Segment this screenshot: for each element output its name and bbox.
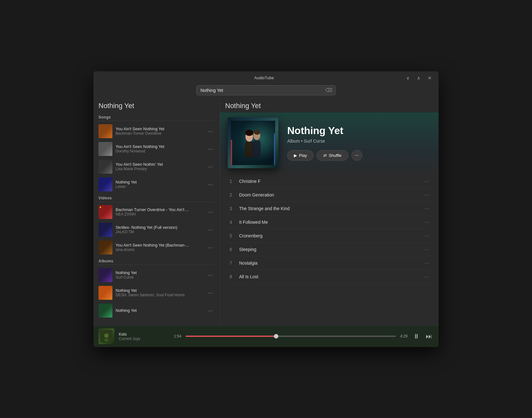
search-clear-button[interactable]: ⌫ <box>325 88 332 93</box>
track-more-3[interactable]: ··· <box>422 205 431 212</box>
close-button[interactable]: ✕ <box>426 75 434 81</box>
svg-rect-5 <box>252 140 261 158</box>
search-input[interactable] <box>196 85 336 95</box>
table-row[interactable]: 8 All Is Lost ··· <box>228 270 431 284</box>
video-thumbnail-3 <box>98 241 112 254</box>
song-title-1: You Ain't Seen Nothing Yet <box>116 126 203 131</box>
play-button[interactable]: ▶ Play <box>287 150 314 161</box>
left-panel: Nothing Yet Songs You Ain't Seen Nothing… <box>93 99 220 325</box>
track-more-2[interactable]: ··· <box>422 191 431 198</box>
list-item[interactable]: Nothing Yet ··· <box>96 302 217 319</box>
maximize-button[interactable]: ∧ <box>415 75 422 81</box>
video-title-1: Bachman Turner Overdrive - You Ain't ... <box>116 207 203 212</box>
player-controls: ⏸ ⏭ <box>412 332 434 341</box>
video-more-3[interactable]: ··· <box>206 243 215 252</box>
song-info-3: You Ain't Seen Nothin' Yet Lisa Marie Pr… <box>116 162 203 171</box>
track-num-5: 5 <box>228 233 234 238</box>
svg-rect-7 <box>274 133 275 165</box>
svg-rect-4 <box>245 142 254 158</box>
shuffle-button[interactable]: ⇄ Shuffle <box>317 150 348 161</box>
video-title-2: Skrillex- Nothing Yet (Full version) <box>116 225 203 230</box>
video-info-1: Bachman Turner Overdrive - You Ain't ...… <box>116 207 203 216</box>
list-item[interactable]: You Ain't Seen Nothing Yet Bachman-Turne… <box>96 122 217 140</box>
song-info-4: Nothing Yet Leiser <box>116 180 203 189</box>
list-item[interactable]: You Ain't Seen Nothin' Yet Lisa Marie Pr… <box>96 158 217 176</box>
table-row[interactable]: 7 Nostalgia ··· <box>228 256 431 270</box>
list-item[interactable]: Nothing Yet Surf Curse ··· <box>96 266 217 284</box>
table-row[interactable]: 2 Doom Generation ··· <box>228 188 431 202</box>
list-item[interactable]: Nothing Yet DESH, Søren Søstrom, Soul Fo… <box>96 284 217 302</box>
track-num-7: 7 <box>228 260 234 266</box>
song-artist-3: Lisa Marie Presley <box>116 167 203 171</box>
track-more-5[interactable]: ··· <box>422 232 431 239</box>
list-item[interactable]: You Ain't Seen Nothing Yet Dorothy Norwo… <box>96 140 217 158</box>
player-progress-knob[interactable] <box>274 334 278 338</box>
track-more-7[interactable]: ··· <box>422 260 431 267</box>
song-more-3[interactable]: ··· <box>206 163 215 171</box>
album-more-button[interactable]: ··· <box>352 150 362 161</box>
video-artist-2: JALKD TM <box>116 230 203 234</box>
song-thumbnail-2 <box>98 142 112 156</box>
album-info-3: Nothing Yet <box>116 308 203 313</box>
table-row[interactable]: 3 The Strange and the Kind ··· <box>228 202 431 215</box>
video-info-3: You Ain't Seen Nothing Yet (Bachman-... … <box>116 243 203 252</box>
search-input-wrap: ⌫ <box>196 85 336 95</box>
album-more-1[interactable]: ··· <box>206 271 215 279</box>
table-row[interactable]: 6 Sleeping ··· <box>228 243 431 256</box>
song-more-1[interactable]: ··· <box>206 127 215 135</box>
albums-divider <box>98 265 215 265</box>
player-track-title: Kids <box>119 332 169 337</box>
video-thumbnail-2 <box>98 223 112 237</box>
album-artist-2: DESH, Søren Søstrom, Soul Food Horns <box>116 293 203 297</box>
track-list[interactable]: 1 Christine F ··· 2 Doom Generation ··· … <box>220 175 439 325</box>
table-row[interactable]: 5 Cronenberg ··· <box>228 229 431 243</box>
svg-point-11 <box>104 333 109 338</box>
track-more-4[interactable]: ··· <box>422 219 431 226</box>
left-scroll[interactable]: Songs You Ain't Seen Nothing Yet Bachman… <box>93 113 220 325</box>
song-info-1: You Ain't Seen Nothing Yet Bachman-Turne… <box>116 126 203 136</box>
album-art <box>228 118 278 168</box>
track-more-6[interactable]: ··· <box>422 246 431 253</box>
album-more-2[interactable]: ··· <box>206 289 215 297</box>
album-more-3[interactable]: ··· <box>206 306 215 315</box>
list-item[interactable]: You Ain't Seen Nothing Yet (Bachman-... … <box>96 239 217 256</box>
table-row[interactable]: 4 It Followed Me ··· <box>228 215 431 229</box>
videos-divider <box>98 202 215 202</box>
list-item[interactable]: ★ Bachman Turner Overdrive - You Ain't .… <box>96 203 217 221</box>
minimize-button[interactable]: ∨ <box>404 75 411 81</box>
svg-rect-6 <box>231 140 232 165</box>
skip-button[interactable]: ⏭ <box>425 332 434 341</box>
track-name-4: It Followed Me <box>239 220 417 225</box>
video-badge-1: ★ <box>99 206 102 209</box>
track-name-3: The Strange and the Kind <box>239 206 417 211</box>
track-more-1[interactable]: ··· <box>422 178 431 185</box>
player-progress-fill <box>186 336 276 337</box>
track-num-3: 3 <box>228 206 234 211</box>
list-item[interactable]: Nothing Yet Leiser ··· <box>96 176 217 193</box>
album-thumbnail-3 <box>98 304 112 318</box>
player-time-total: 4:29 <box>400 334 408 338</box>
song-more-2[interactable]: ··· <box>206 145 215 153</box>
track-more-8[interactable]: ··· <box>422 273 431 280</box>
list-item[interactable]: Skrillex- Nothing Yet (Full version) JAL… <box>96 221 217 239</box>
window-controls: ∨ ∧ ✕ <box>404 75 434 81</box>
track-name-7: Nostalgia <box>239 260 417 266</box>
song-thumbnail-4 <box>98 177 112 191</box>
video-thumbnail-1: ★ <box>98 205 112 219</box>
song-artist-2: Dorothy Norwood <box>116 149 203 153</box>
album-actions: ▶ Play ⇄ Shuffle ··· <box>287 150 431 161</box>
album-hero: Nothing Yet Album • Surf Curse ▶ Play ⇄ … <box>220 113 439 175</box>
videos-section-label: Videos <box>96 193 217 202</box>
video-more-1[interactable]: ··· <box>206 208 215 216</box>
video-more-2[interactable]: ··· <box>206 226 215 234</box>
songs-divider <box>98 121 215 121</box>
play-label: Play <box>299 153 307 158</box>
table-row[interactable]: 1 Christine F ··· <box>228 175 431 188</box>
track-num-8: 8 <box>228 274 234 279</box>
album-thumbnail-2 <box>98 286 112 300</box>
song-more-4[interactable]: ··· <box>206 180 215 189</box>
song-artist-1: Bachman-Turner Overdrive <box>116 131 203 136</box>
player-progress-bar[interactable] <box>186 336 396 337</box>
track-num-6: 6 <box>228 247 234 252</box>
pause-button[interactable]: ⏸ <box>412 332 421 341</box>
